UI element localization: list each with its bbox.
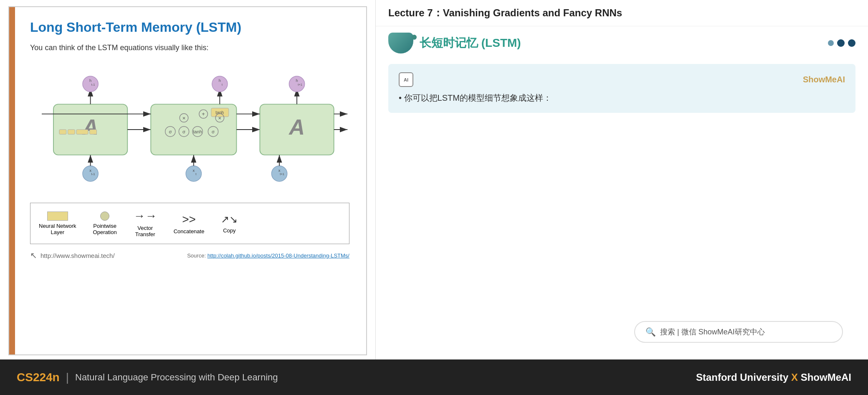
slide-subtitle: You can think of the LSTM equations visu… [30,43,349,52]
search-placeholder: 搜索 | 微信 ShowMeAI研究中心 [660,327,765,337]
stanford-label: Stanford University [696,372,788,383]
legend-copy-label: Copy [223,227,235,234]
showmeai-label: ShowMeAI [801,372,851,383]
showmeai-brand: ShowMeAI [803,75,845,84]
svg-rect-2 [59,130,66,134]
translation-header: AI ShowMeAI [399,72,845,87]
svg-text:x: x [193,168,195,173]
slide-url-text: http://www.showmeai.tech/ [40,252,115,259]
cs224n-badge: CS224n [17,371,60,384]
legend-concatenate-label: Concatenate [174,228,205,234]
legend-vector-label: VectorTransfer [135,225,155,237]
legend-rect [47,212,68,221]
legend-concat-icon: >> [182,213,196,226]
svg-text:tanh: tanh [193,129,202,134]
search-icon: 🔍 [645,327,656,337]
slide-url: ↖ http://www.showmeai.tech/ [30,250,115,260]
legend-circle [100,212,109,221]
ai-icon-label: AI [404,77,408,82]
section-header: 长短时记忆 (LSTM) [376,26,868,60]
svg-text:t-1: t-1 [91,83,95,87]
dot-1 [828,40,834,46]
section-dots [828,39,855,47]
svg-text:σ: σ [182,129,185,134]
slide-title: Long Short-Term Memory (LSTM) [30,20,349,35]
svg-text:t+1: t+1 [280,172,284,176]
legend-vector: →→ VectorTransfer [134,209,157,237]
translation-box: AI ShowMeAI 你可以把LSTM的模型细节想象成这样： [388,64,855,113]
search-bar[interactable]: 🔍 搜索 | 微信 ShowMeAI研究中心 [634,321,843,343]
slide-inner: Long Short-Term Memory (LSTM) You can th… [8,6,367,355]
slide-orange-bar [9,7,15,354]
legend-arrow-icon: →→ [134,209,157,223]
section-title: 长短时记忆 (LSTM) [420,35,822,51]
section-icon [388,33,413,54]
legend-pointwise-label: PointwiseOperation [93,223,117,235]
legend-concatenate: >> Concatenate [174,213,205,234]
svg-rect-4 [76,130,88,134]
source-label: Source: [187,252,206,259]
lstm-diagram: A tanh [30,65,349,194]
svg-text:tanh: tanh [215,110,224,115]
slide-content: Long Short-Term Memory (LSTM) You can th… [30,20,349,260]
svg-rect-5 [90,130,97,134]
lecture-header: Lecture 7：Vanishing Gradients and Fancy … [376,0,868,26]
slide-source: Source: http://colah.github.io/posts/201… [187,252,349,259]
ai-icon: AI [399,72,413,87]
svg-text:h: h [219,79,221,83]
bottom-left: CS224n | Natural Language Processing wit… [17,371,696,384]
bottom-right: Stanford University X ShowMeAI [696,372,851,383]
right-panel: Lecture 7：Vanishing Gradients and Fancy … [376,0,868,359]
legend-copy: ↗↘ Copy [221,214,238,234]
bottom-separator: | [66,371,69,384]
legend-neural-network: Neural NetworkLayer [39,212,76,235]
svg-rect-3 [68,130,75,134]
svg-text:A: A [288,115,305,139]
svg-text:×: × [182,115,186,121]
svg-text:×: × [218,115,222,121]
source-link[interactable]: http://colah.github.io/posts/2015-08-Und… [208,252,349,259]
bottom-bar: CS224n | Natural Language Processing wit… [0,359,868,395]
dot-2 [837,39,845,47]
cursor-icon: ↖ [30,250,37,260]
legend-copy-icon: ↗↘ [221,214,238,225]
svg-text:t-1: t-1 [91,172,95,176]
svg-text:A: A [82,115,99,139]
slide-panel: Long Short-Term Memory (LSTM) You can th… [0,0,376,359]
x-label: X [791,372,801,383]
dot-3 [848,39,855,47]
bottom-subtitle: Natural Language Processing with Deep Le… [75,372,278,383]
svg-text:+: + [202,111,205,117]
svg-text:t+1: t+1 [298,83,302,87]
legend-neural-label: Neural NetworkLayer [39,223,76,235]
svg-text:σ: σ [169,129,172,134]
legend-pointwise: PointwiseOperation [93,212,117,235]
svg-text:σ: σ [212,129,215,134]
translation-text: 你可以把LSTM的模型细节想象成这样： [399,91,845,104]
legend-area: Neural NetworkLayer PointwiseOperation →… [30,203,349,244]
